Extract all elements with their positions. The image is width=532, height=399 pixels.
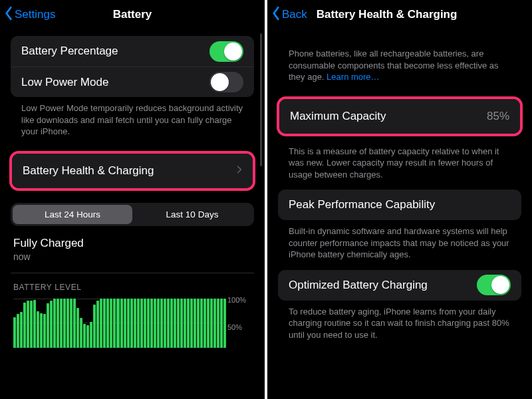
low-power-note: Low Power Mode temporarily reduces backg…	[11, 97, 254, 147]
navbar: Back Battery Health & Charging	[267, 0, 532, 29]
max-capacity-note: This is a measure of battery capacity re…	[278, 140, 521, 190]
fully-charged-detail: now	[13, 251, 251, 262]
low-power-mode-row[interactable]: Low Power Mode	[11, 66, 254, 97]
low-power-mode-toggle[interactable]	[209, 72, 243, 92]
highlight-box: Battery Health & Charging	[9, 151, 255, 191]
intro-text: Phone batteries, like all rechargeable b…	[289, 49, 499, 82]
battery-percentage-toggle[interactable]	[209, 41, 243, 62]
scrollbar[interactable]	[260, 33, 262, 166]
ytick-100: 100%	[227, 296, 251, 304]
back-label: Back	[282, 8, 307, 21]
peak-performance-note: Built-in dynamic software and hardware s…	[278, 220, 521, 270]
peak-performance-group: Peak Performance Capability	[278, 190, 521, 220]
chevron-left-icon	[4, 6, 13, 24]
ytick-50: 50%	[227, 323, 251, 331]
peak-performance-row[interactable]: Peak Performance Capability	[278, 190, 521, 220]
battery-level-chart: 100% 50%	[13, 296, 251, 350]
max-capacity-value: 85%	[487, 110, 509, 123]
row-label: Low Power Mode	[21, 76, 108, 89]
battery-health-row[interactable]: Battery Health & Charging	[12, 154, 253, 188]
row-label: Maximum Capacity	[290, 110, 386, 123]
segment-last-10d[interactable]: Last 10 Days	[132, 205, 252, 224]
battery-level-label: BATTERY LEVEL	[11, 273, 254, 295]
optimized-charging-toggle[interactable]	[477, 275, 511, 295]
toggle-group: Battery Percentage Low Power Mode	[11, 36, 254, 97]
intro-note: Phone batteries, like all rechargeable b…	[278, 36, 521, 92]
chart-yticks: 100% 50%	[227, 296, 251, 350]
back-button[interactable]: Back	[271, 6, 307, 24]
page-title: Battery Health & Charging	[317, 8, 458, 21]
row-label: Battery Percentage	[21, 45, 118, 58]
back-button[interactable]: Settings	[4, 6, 55, 24]
row-label: Peak Performance Capability	[289, 198, 435, 211]
fully-charged-block: Fully Charged now	[11, 226, 254, 266]
max-capacity-row[interactable]: Maximum Capacity 85%	[279, 99, 520, 134]
battery-percentage-row[interactable]: Battery Percentage	[11, 36, 254, 66]
chart-bars	[13, 299, 226, 348]
chevron-left-icon	[271, 6, 281, 24]
learn-more-link[interactable]: Learn more…	[327, 72, 379, 82]
highlight-box: Maximum Capacity 85%	[277, 96, 523, 136]
fully-charged-title: Fully Charged	[13, 237, 251, 250]
chevron-right-icon	[237, 164, 242, 178]
segment-last-24h[interactable]: Last 24 Hours	[13, 205, 132, 224]
row-label: Optimized Battery Charging	[289, 279, 428, 292]
time-range-segmented[interactable]: Last 24 Hours Last 10 Days	[11, 203, 254, 226]
navbar: Settings Battery	[0, 0, 265, 29]
optimized-charging-row[interactable]: Optimized Battery Charging	[278, 270, 521, 301]
battery-settings-panel: Settings Battery Battery Percentage Low …	[0, 0, 265, 399]
back-label: Settings	[15, 8, 55, 21]
row-label: Battery Health & Charging	[23, 164, 154, 178]
battery-health-panel: Back Battery Health & Charging Phone bat…	[267, 0, 532, 399]
optimized-charging-note: To reduce battery aging, iPhone learns f…	[278, 301, 521, 350]
optimized-charging-group: Optimized Battery Charging	[278, 270, 521, 301]
